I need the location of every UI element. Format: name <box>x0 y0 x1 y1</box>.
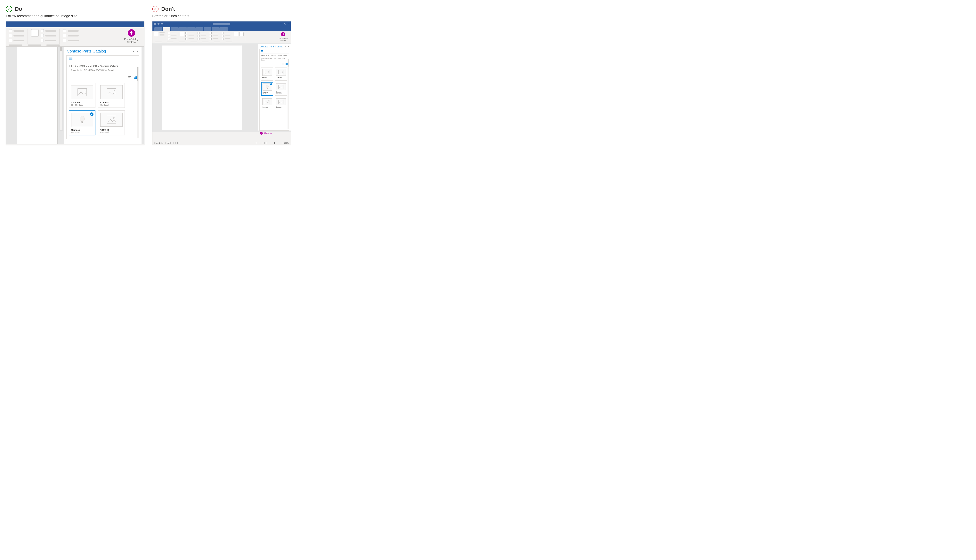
view-mode-icon[interactable] <box>263 142 265 144</box>
search-title: LED - R30 - 2700K - Warm White <box>261 55 287 57</box>
result-tile[interactable]: Contoso6D - 65w Equal <box>261 68 273 81</box>
task-pane-title: Contoso Parts Catalog <box>67 49 106 53</box>
image-placeholder-icon <box>100 85 123 99</box>
ribbon-checkbox[interactable] <box>41 39 44 42</box>
tile-meta: 65w Equal <box>262 93 272 95</box>
svg-point-13 <box>268 71 269 72</box>
ribbon: Parts CatalogContoso <box>6 27 144 47</box>
addin-ribbon-button[interactable]: Parts CatalogContoso <box>124 29 138 44</box>
ribbon-large-button[interactable] <box>154 32 158 36</box>
dont-mock-window: — ▢ ✕ <box>152 21 291 145</box>
result-tile[interactable]: Contoso6D - 65w Equal <box>69 83 95 108</box>
close-icon[interactable]: ✕ <box>288 22 290 25</box>
svg-point-15 <box>282 71 282 72</box>
ribbon-checkbox[interactable] <box>63 29 66 32</box>
svg-rect-6 <box>82 122 83 123</box>
ribbon-tab[interactable] <box>212 27 220 31</box>
addin-ribbon-button[interactable]: Parts CatalogContoso <box>279 32 287 41</box>
tile-meta: 65w Equal <box>276 93 286 94</box>
result-tile[interactable]: Contoso85w Equal <box>98 83 125 108</box>
ribbon-checkbox[interactable] <box>9 34 12 37</box>
status-icon[interactable] <box>177 142 179 144</box>
svg-rect-8 <box>107 116 116 123</box>
status-page: Page 1 of 1 <box>154 142 164 144</box>
view-mode-icon[interactable] <box>255 142 257 144</box>
zoom-level: 100% <box>284 142 289 144</box>
hamburger-icon[interactable] <box>261 50 263 52</box>
result-tile[interactable]: Contoso <box>275 97 287 109</box>
tile-brand: Contoso <box>100 128 123 131</box>
pane-scrollbar[interactable] <box>137 67 138 138</box>
tile-brand: Contoso <box>262 92 272 93</box>
tile-brand: Contoso <box>100 101 123 103</box>
svg-rect-19 <box>267 88 268 89</box>
ribbon-tab[interactable] <box>204 27 212 31</box>
result-tile[interactable]: ✓Contoso65w Equal <box>261 82 273 96</box>
app-icon <box>154 23 156 25</box>
ribbon-large-button[interactable] <box>31 29 38 37</box>
grid-view-icon[interactable] <box>134 76 137 78</box>
task-pane-header: Contoso Parts Catalog ▾ ✕ <box>64 47 142 55</box>
document-page[interactable] <box>17 47 58 144</box>
ribbon-tab[interactable] <box>154 27 162 31</box>
image-placeholder-icon <box>262 69 272 76</box>
result-tile[interactable]: Contoso65w Equal <box>275 82 287 96</box>
tile-brand: Contoso <box>262 106 272 108</box>
grid-view-icon[interactable] <box>285 63 287 65</box>
pane-scrollbar[interactable] <box>287 59 289 129</box>
title-bar: — ▢ ✕ <box>152 22 291 26</box>
pane-menu-icon[interactable]: ▾ <box>285 45 286 48</box>
ribbon-tab[interactable] <box>195 27 203 31</box>
svg-rect-0 <box>78 88 87 96</box>
redo-icon[interactable] <box>161 23 163 25</box>
check-circle-icon <box>6 6 12 12</box>
document-page[interactable] <box>162 45 242 130</box>
ribbon-tab[interactable] <box>171 27 179 31</box>
ribbon-tab-active[interactable] <box>163 27 170 31</box>
result-tile[interactable]: Contoso65w Equal <box>98 110 125 135</box>
dont-heading: Don't <box>152 6 291 12</box>
pane-close-icon[interactable]: ✕ <box>137 50 139 53</box>
results-grid: Contoso6D - 65w EqualContoso85w Equal✓Co… <box>261 68 287 109</box>
result-tile[interactable]: Contoso85w Equal <box>275 68 287 81</box>
svg-rect-24 <box>279 100 284 104</box>
results-card: LED - R30 - 2700K - Warm White 16 result… <box>259 49 289 130</box>
ribbon-tab[interactable] <box>179 27 187 31</box>
minimize-icon[interactable]: — <box>280 22 282 25</box>
view-mode-icon[interactable] <box>259 142 261 144</box>
tile-meta: 6D - 65w Equal <box>71 104 93 106</box>
ribbon-checkbox[interactable] <box>63 34 66 37</box>
list-view-icon[interactable] <box>128 76 131 78</box>
tile-brand: Contoso <box>71 129 93 131</box>
image-placeholder-icon <box>276 98 286 105</box>
document-scrollbar[interactable] <box>60 47 63 130</box>
task-pane-title: Contoso Parts Catalog <box>260 45 283 48</box>
ribbon-checkbox[interactable] <box>41 34 44 37</box>
do-title: Do <box>15 6 22 12</box>
pane-menu-icon[interactable]: ▾ <box>133 50 135 53</box>
list-view-icon[interactable] <box>282 63 284 65</box>
ribbon-checkbox[interactable] <box>9 39 12 42</box>
search-title: LED - R30 - 2700K - Warm White <box>69 64 136 68</box>
status-icon[interactable] <box>174 142 175 144</box>
result-tile[interactable]: Contoso <box>261 97 273 109</box>
ribbon-tab[interactable] <box>187 27 195 31</box>
maximize-icon[interactable]: ▢ <box>284 22 286 25</box>
ribbon-checkbox[interactable] <box>41 29 44 32</box>
tile-brand: Contoso <box>276 77 286 78</box>
ribbon-checkbox[interactable] <box>63 39 66 42</box>
hamburger-icon[interactable] <box>69 58 72 60</box>
svg-point-4 <box>80 116 85 122</box>
svg-rect-2 <box>107 88 116 96</box>
svg-rect-20 <box>279 85 284 89</box>
undo-icon[interactable] <box>157 23 160 25</box>
x-circle-icon <box>152 6 158 12</box>
ribbon-tab[interactable] <box>220 27 228 31</box>
quick-access-toolbar[interactable] <box>154 23 163 25</box>
svg-rect-18 <box>267 88 268 88</box>
result-tile[interactable]: ✓Contoso65w Equal <box>69 110 95 135</box>
zoom-slider[interactable] <box>267 143 282 143</box>
pane-close-icon[interactable]: ✕ <box>287 45 289 48</box>
ribbon-checkbox[interactable] <box>9 29 12 32</box>
svg-point-25 <box>282 100 282 101</box>
